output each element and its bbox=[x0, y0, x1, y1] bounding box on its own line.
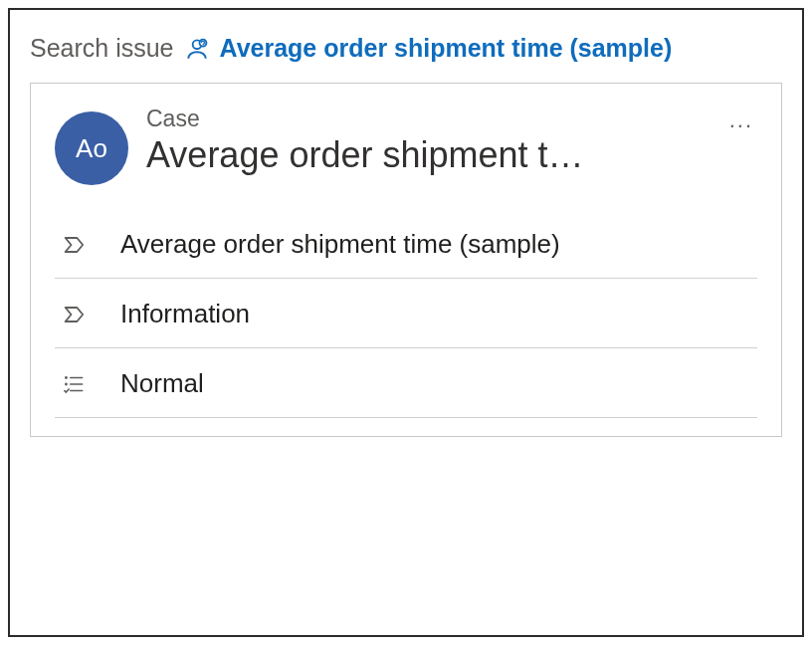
avatar: Ao bbox=[55, 111, 128, 185]
breadcrumb-current[interactable]: Average order shipment time (sample) bbox=[220, 34, 673, 63]
chevron-tag-icon bbox=[61, 301, 91, 328]
case-card: Ao Case Average order shipment t… ... Av… bbox=[30, 83, 782, 437]
header-text: Case Average order shipment t… bbox=[146, 106, 708, 176]
more-button[interactable]: ... bbox=[725, 109, 757, 131]
field-value: Information bbox=[120, 299, 250, 329]
svg-point-4 bbox=[65, 382, 68, 385]
field-value: Average order shipment time (sample) bbox=[120, 229, 560, 260]
panel: Search issue Average order shipment time… bbox=[8, 8, 804, 637]
breadcrumb: Search issue Average order shipment time… bbox=[30, 34, 782, 63]
case-title[interactable]: Average order shipment t… bbox=[146, 134, 708, 176]
entity-label: Case bbox=[146, 106, 708, 132]
svg-point-1 bbox=[199, 39, 206, 46]
svg-point-2 bbox=[65, 376, 68, 379]
card-header: Ao Case Average order shipment t… ... bbox=[55, 106, 757, 185]
priority-icon bbox=[61, 371, 91, 397]
field-row-form[interactable]: Information bbox=[55, 279, 757, 348]
field-value: Normal bbox=[120, 368, 204, 399]
field-row-priority[interactable]: Normal bbox=[55, 348, 757, 418]
field-row-subject[interactable]: Average order shipment time (sample) bbox=[55, 209, 757, 279]
breadcrumb-root[interactable]: Search issue bbox=[30, 34, 174, 63]
chevron-tag-icon bbox=[61, 231, 91, 259]
person-icon bbox=[184, 36, 210, 62]
